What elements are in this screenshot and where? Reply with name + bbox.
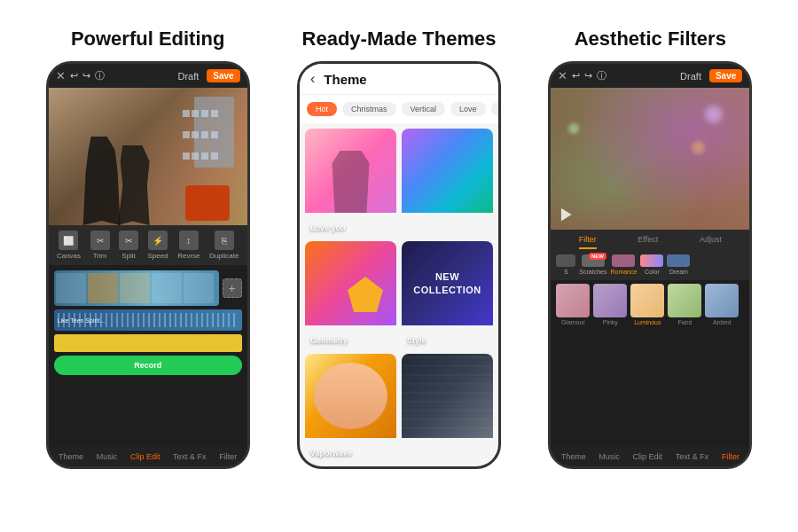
theme-label-love-you: Love you: [310, 223, 346, 232]
p3-tab-text-fx[interactable]: Text & Fx: [676, 452, 709, 461]
theme-label-geometry: Geometry: [310, 336, 348, 345]
theme-card-new-collection[interactable]: NEWCOLLECTION Style: [402, 241, 493, 348]
close-icon-3[interactable]: ✕: [558, 69, 567, 82]
redo-icon-3[interactable]: ↪: [584, 70, 592, 82]
phone3-bottom-tabs: Theme Music Clip Edit Text & Fx Filter: [551, 447, 749, 466]
filter-chip-color[interactable]: Color: [640, 254, 663, 275]
filter-ardent[interactable]: Ardent: [705, 284, 739, 325]
back-arrow-icon[interactable]: ‹: [310, 71, 315, 87]
phone1-bottom-tabs: Theme Music Clip Edit Text & Fx Filter: [49, 447, 247, 466]
themes-header: ‹ Theme: [300, 64, 498, 95]
audio-strip[interactable]: Like Teen Spirit...: [54, 309, 242, 331]
draft-label: Draft: [177, 71, 199, 82]
phone-filters: ✕ ↩ ↪ ⓘ Draft Save Filter Effect: [548, 61, 752, 469]
theme-card-geometry[interactable]: Geometry: [305, 241, 396, 348]
filter-label-pinky: Pinky: [603, 319, 618, 325]
toolbar-reverse[interactable]: ↕ Revrse: [177, 231, 200, 260]
filter-thumbnails: Glamour Pinky Luminous Faint Ardent: [551, 280, 749, 329]
tab-adjust[interactable]: Adjust: [700, 235, 722, 249]
p3-tab-theme[interactable]: Theme: [561, 452, 586, 461]
theme-img-vaporwave: [305, 354, 396, 438]
tag-love[interactable]: Love: [450, 102, 486, 116]
panel-filters-title: Aesthetic Filters: [575, 22, 726, 51]
filter-icon-scratches: NEW: [582, 254, 605, 267]
filter-preview-image: [551, 88, 749, 230]
save-button-3[interactable]: Save: [709, 69, 742, 82]
filter-chip-romance[interactable]: Romance: [610, 254, 637, 275]
trim-icon: ✂: [90, 231, 110, 250]
filter-icon-romance: [612, 254, 635, 267]
phone-themes: ‹ Theme Hot Christmas Vertical Love You: [297, 61, 501, 469]
timeline: + Like Teen Spirit... Record: [49, 265, 247, 447]
tag-you[interactable]: You: [491, 102, 498, 116]
theme-img-neon: [402, 129, 493, 213]
theme-card-dark[interactable]: [402, 354, 493, 461]
filter-label-luminous: Luminous: [634, 319, 661, 325]
redo-icon[interactable]: ↪: [82, 70, 90, 82]
tag-christmas[interactable]: Christmas: [342, 102, 396, 116]
toolbar-duplicate[interactable]: ⎘ Duplicate: [209, 231, 239, 260]
new-collection-badge: NEWCOLLECTION: [413, 270, 481, 296]
themes-grid: Love you Geometry: [300, 123, 498, 466]
filter-chip-dream[interactable]: Dream: [667, 254, 690, 275]
trim-label: Trim: [93, 252, 107, 260]
thumb-1: [56, 273, 86, 303]
filter-pinky[interactable]: Pinky: [593, 284, 627, 325]
split-label: Split: [121, 252, 136, 260]
undo-icon[interactable]: ↩: [70, 70, 78, 82]
record-button[interactable]: Record: [54, 356, 242, 375]
thumb-4: [152, 273, 182, 303]
tag-hot[interactable]: Hot: [307, 102, 337, 116]
add-clip-button[interactable]: +: [223, 278, 242, 298]
tab-theme[interactable]: Theme: [59, 452, 83, 461]
video-strip[interactable]: [54, 270, 219, 306]
filter-chip-s[interactable]: S: [556, 254, 575, 275]
toolbar-split[interactable]: ✂ Split: [119, 231, 138, 260]
tab-effect[interactable]: Effect: [638, 235, 658, 249]
info-icon[interactable]: ⓘ: [95, 69, 105, 82]
record-label: Record: [134, 361, 161, 370]
panel-themes-title: Ready-Made Themes: [302, 22, 497, 51]
app-container: Powerful Editing ✕ ↩ ↪ ⓘ Draft Save: [18, 13, 780, 519]
speed-label: Speed: [148, 252, 168, 260]
tag-vertical[interactable]: Vertical: [402, 102, 446, 116]
tab-filter[interactable]: Filter: [219, 452, 237, 461]
undo-icon-3[interactable]: ↩: [572, 70, 580, 82]
tab-text-fx[interactable]: Text & Fx: [173, 452, 207, 461]
p3-tab-clip-edit[interactable]: Clip Edit: [633, 452, 663, 461]
filter-label-color: Color: [645, 269, 660, 275]
tab-music[interactable]: Music: [97, 452, 118, 461]
editing-toolbar: ⬜ Canvas ✂ Trim ✂ Split ⚡ Speed ↕ Revr: [49, 225, 247, 265]
phone1-topbar: ✕ ↩ ↪ ⓘ Draft Save: [49, 64, 247, 88]
filter-chip-scratches[interactable]: NEW Scratches: [579, 254, 606, 275]
toolbar-speed[interactable]: ⚡ Speed: [148, 231, 168, 260]
filter-thumb-ardent: [705, 284, 739, 317]
save-button[interactable]: Save: [207, 69, 239, 82]
themes-title-label: Theme: [324, 72, 366, 87]
theme-img-geometry: [305, 241, 396, 325]
toolbar-trim[interactable]: ✂ Trim: [90, 231, 110, 260]
theme-label-vaporwave: Vaporwave: [310, 449, 352, 458]
close-icon[interactable]: ✕: [56, 69, 66, 82]
duplicate-label: Duplicate: [209, 252, 239, 260]
theme-card-neon[interactable]: [402, 129, 493, 236]
filter-luminous[interactable]: Luminous: [630, 284, 664, 325]
theme-card-love-you[interactable]: Love you: [305, 129, 396, 236]
toolbar-canvas[interactable]: ⬜ Canvas: [57, 231, 81, 260]
reverse-label: Revrse: [177, 252, 200, 260]
filter-glamour[interactable]: Glamour: [556, 284, 590, 325]
yellow-strip[interactable]: [54, 334, 242, 352]
theme-card-vaporwave[interactable]: Vaporwave: [305, 354, 396, 461]
p3-tab-filter[interactable]: Filter: [722, 452, 739, 461]
p3-tab-music[interactable]: Music: [598, 452, 620, 461]
tab-clip-edit[interactable]: Clip Edit: [130, 452, 160, 461]
phone3-topbar: ✕ ↩ ↪ ⓘ Draft Save: [551, 64, 749, 88]
tab-filter-main[interactable]: Filter: [579, 235, 597, 249]
speed-icon: ⚡: [148, 231, 168, 250]
building-windows: [183, 110, 219, 172]
audio-label: Like Teen Spirit...: [58, 317, 106, 324]
filter-faint[interactable]: Faint: [668, 284, 701, 325]
info-icon-3[interactable]: ⓘ: [597, 69, 606, 82]
theme-label-style: Style: [407, 336, 426, 345]
filter-label-faint: Faint: [678, 319, 692, 325]
